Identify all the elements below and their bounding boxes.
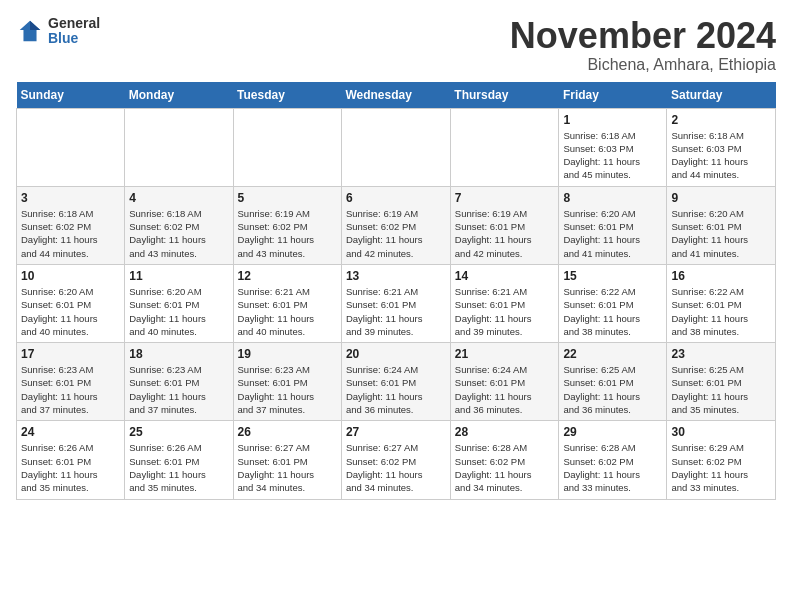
day-number: 6: [346, 191, 446, 205]
col-header-thursday: Thursday: [450, 82, 559, 109]
calendar-cell: 15Sunrise: 6:22 AMSunset: 6:01 PMDayligh…: [559, 264, 667, 342]
col-header-monday: Monday: [125, 82, 233, 109]
day-number: 27: [346, 425, 446, 439]
day-number: 29: [563, 425, 662, 439]
day-info: Sunrise: 6:20 AMSunset: 6:01 PMDaylight:…: [129, 285, 228, 338]
svg-marker-1: [30, 21, 40, 30]
calendar-cell: [125, 108, 233, 186]
calendar-cell: 24Sunrise: 6:26 AMSunset: 6:01 PMDayligh…: [17, 421, 125, 499]
calendar-week-row: 17Sunrise: 6:23 AMSunset: 6:01 PMDayligh…: [17, 343, 776, 421]
day-info: Sunrise: 6:18 AMSunset: 6:03 PMDaylight:…: [671, 129, 771, 182]
day-number: 8: [563, 191, 662, 205]
day-info: Sunrise: 6:28 AMSunset: 6:02 PMDaylight:…: [563, 441, 662, 494]
day-number: 14: [455, 269, 555, 283]
day-number: 7: [455, 191, 555, 205]
day-number: 9: [671, 191, 771, 205]
day-info: Sunrise: 6:21 AMSunset: 6:01 PMDaylight:…: [238, 285, 337, 338]
day-info: Sunrise: 6:19 AMSunset: 6:02 PMDaylight:…: [346, 207, 446, 260]
day-number: 30: [671, 425, 771, 439]
calendar-week-row: 3Sunrise: 6:18 AMSunset: 6:02 PMDaylight…: [17, 186, 776, 264]
logo: General Blue: [16, 16, 100, 47]
calendar-cell: 11Sunrise: 6:20 AMSunset: 6:01 PMDayligh…: [125, 264, 233, 342]
day-number: 15: [563, 269, 662, 283]
day-number: 11: [129, 269, 228, 283]
day-info: Sunrise: 6:24 AMSunset: 6:01 PMDaylight:…: [346, 363, 446, 416]
day-number: 22: [563, 347, 662, 361]
calendar-cell: 13Sunrise: 6:21 AMSunset: 6:01 PMDayligh…: [341, 264, 450, 342]
title-block: November 2024 Bichena, Amhara, Ethiopia: [510, 16, 776, 74]
calendar-cell: 14Sunrise: 6:21 AMSunset: 6:01 PMDayligh…: [450, 264, 559, 342]
calendar-cell: 20Sunrise: 6:24 AMSunset: 6:01 PMDayligh…: [341, 343, 450, 421]
calendar-week-row: 1Sunrise: 6:18 AMSunset: 6:03 PMDaylight…: [17, 108, 776, 186]
calendar-cell: 10Sunrise: 6:20 AMSunset: 6:01 PMDayligh…: [17, 264, 125, 342]
logo-blue-text: Blue: [48, 31, 100, 46]
day-info: Sunrise: 6:26 AMSunset: 6:01 PMDaylight:…: [21, 441, 120, 494]
calendar-cell: 25Sunrise: 6:26 AMSunset: 6:01 PMDayligh…: [125, 421, 233, 499]
calendar-cell: 30Sunrise: 6:29 AMSunset: 6:02 PMDayligh…: [667, 421, 776, 499]
calendar-cell: 2Sunrise: 6:18 AMSunset: 6:03 PMDaylight…: [667, 108, 776, 186]
day-info: Sunrise: 6:20 AMSunset: 6:01 PMDaylight:…: [563, 207, 662, 260]
day-number: 25: [129, 425, 228, 439]
day-number: 24: [21, 425, 120, 439]
month-title: November 2024: [510, 16, 776, 56]
day-info: Sunrise: 6:23 AMSunset: 6:01 PMDaylight:…: [129, 363, 228, 416]
day-number: 17: [21, 347, 120, 361]
calendar-cell: 5Sunrise: 6:19 AMSunset: 6:02 PMDaylight…: [233, 186, 341, 264]
col-header-saturday: Saturday: [667, 82, 776, 109]
calendar-cell: 27Sunrise: 6:27 AMSunset: 6:02 PMDayligh…: [341, 421, 450, 499]
day-info: Sunrise: 6:27 AMSunset: 6:02 PMDaylight:…: [346, 441, 446, 494]
day-number: 18: [129, 347, 228, 361]
calendar-cell: 19Sunrise: 6:23 AMSunset: 6:01 PMDayligh…: [233, 343, 341, 421]
day-info: Sunrise: 6:27 AMSunset: 6:01 PMDaylight:…: [238, 441, 337, 494]
day-number: 2: [671, 113, 771, 127]
col-header-wednesday: Wednesday: [341, 82, 450, 109]
day-number: 3: [21, 191, 120, 205]
day-info: Sunrise: 6:26 AMSunset: 6:01 PMDaylight:…: [129, 441, 228, 494]
day-number: 10: [21, 269, 120, 283]
day-info: Sunrise: 6:29 AMSunset: 6:02 PMDaylight:…: [671, 441, 771, 494]
location-subtitle: Bichena, Amhara, Ethiopia: [510, 56, 776, 74]
day-info: Sunrise: 6:21 AMSunset: 6:01 PMDaylight:…: [346, 285, 446, 338]
day-info: Sunrise: 6:23 AMSunset: 6:01 PMDaylight:…: [21, 363, 120, 416]
day-info: Sunrise: 6:18 AMSunset: 6:03 PMDaylight:…: [563, 129, 662, 182]
calendar-week-row: 24Sunrise: 6:26 AMSunset: 6:01 PMDayligh…: [17, 421, 776, 499]
calendar-cell: 29Sunrise: 6:28 AMSunset: 6:02 PMDayligh…: [559, 421, 667, 499]
col-header-friday: Friday: [559, 82, 667, 109]
calendar-cell: 23Sunrise: 6:25 AMSunset: 6:01 PMDayligh…: [667, 343, 776, 421]
calendar-table: SundayMondayTuesdayWednesdayThursdayFrid…: [16, 82, 776, 500]
calendar-cell: 7Sunrise: 6:19 AMSunset: 6:01 PMDaylight…: [450, 186, 559, 264]
calendar-cell: 1Sunrise: 6:18 AMSunset: 6:03 PMDaylight…: [559, 108, 667, 186]
logo-icon: [16, 17, 44, 45]
day-number: 20: [346, 347, 446, 361]
logo-general-text: General: [48, 16, 100, 31]
calendar-cell: 6Sunrise: 6:19 AMSunset: 6:02 PMDaylight…: [341, 186, 450, 264]
col-header-tuesday: Tuesday: [233, 82, 341, 109]
calendar-cell: [17, 108, 125, 186]
calendar-cell: 26Sunrise: 6:27 AMSunset: 6:01 PMDayligh…: [233, 421, 341, 499]
day-number: 16: [671, 269, 771, 283]
day-info: Sunrise: 6:18 AMSunset: 6:02 PMDaylight:…: [21, 207, 120, 260]
calendar-cell: 12Sunrise: 6:21 AMSunset: 6:01 PMDayligh…: [233, 264, 341, 342]
calendar-cell: 9Sunrise: 6:20 AMSunset: 6:01 PMDaylight…: [667, 186, 776, 264]
day-number: 13: [346, 269, 446, 283]
calendar-cell: 8Sunrise: 6:20 AMSunset: 6:01 PMDaylight…: [559, 186, 667, 264]
day-number: 4: [129, 191, 228, 205]
calendar-cell: 17Sunrise: 6:23 AMSunset: 6:01 PMDayligh…: [17, 343, 125, 421]
day-number: 19: [238, 347, 337, 361]
day-info: Sunrise: 6:18 AMSunset: 6:02 PMDaylight:…: [129, 207, 228, 260]
day-number: 5: [238, 191, 337, 205]
calendar-cell: 22Sunrise: 6:25 AMSunset: 6:01 PMDayligh…: [559, 343, 667, 421]
calendar-cell: [233, 108, 341, 186]
day-number: 12: [238, 269, 337, 283]
day-info: Sunrise: 6:21 AMSunset: 6:01 PMDaylight:…: [455, 285, 555, 338]
calendar-week-row: 10Sunrise: 6:20 AMSunset: 6:01 PMDayligh…: [17, 264, 776, 342]
day-info: Sunrise: 6:23 AMSunset: 6:01 PMDaylight:…: [238, 363, 337, 416]
calendar-cell: 28Sunrise: 6:28 AMSunset: 6:02 PMDayligh…: [450, 421, 559, 499]
day-number: 23: [671, 347, 771, 361]
day-info: Sunrise: 6:19 AMSunset: 6:02 PMDaylight:…: [238, 207, 337, 260]
col-header-sunday: Sunday: [17, 82, 125, 109]
day-info: Sunrise: 6:22 AMSunset: 6:01 PMDaylight:…: [671, 285, 771, 338]
calendar-cell: 4Sunrise: 6:18 AMSunset: 6:02 PMDaylight…: [125, 186, 233, 264]
day-info: Sunrise: 6:25 AMSunset: 6:01 PMDaylight:…: [563, 363, 662, 416]
calendar-cell: 3Sunrise: 6:18 AMSunset: 6:02 PMDaylight…: [17, 186, 125, 264]
